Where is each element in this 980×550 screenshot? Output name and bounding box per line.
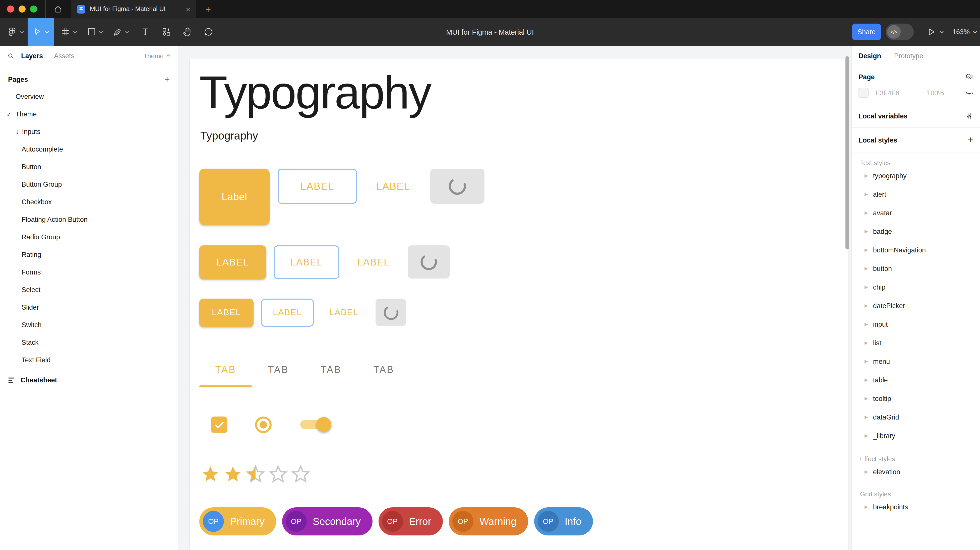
chip-warning[interactable]: OP Warning (449, 507, 528, 536)
star-half-icon[interactable] (246, 465, 265, 484)
contained-button-medium[interactable]: LABEL (199, 245, 266, 279)
switch-demo[interactable] (298, 412, 332, 437)
contained-button-large[interactable]: Label (199, 168, 270, 225)
sidebar-item-inputs[interactable]: ↓Inputs (0, 123, 178, 140)
style-row-tooltip[interactable]: ▶tooltip (852, 389, 980, 408)
text-tool-button[interactable] (137, 18, 154, 46)
maximize-window-button[interactable] (30, 6, 37, 13)
add-page-button[interactable]: + (164, 74, 170, 84)
disclosure-triangle-icon[interactable]: ▶ (864, 434, 868, 438)
disclosure-triangle-icon[interactable]: ▶ (864, 192, 868, 197)
canvas-scrollbar[interactable] (845, 56, 849, 250)
tab-item-2[interactable]: TAB (252, 352, 305, 388)
sidebar-item-theme[interactable]: ✓Theme (0, 105, 178, 123)
sidebar-item-forms[interactable]: Forms (0, 264, 178, 281)
comment-tool-button[interactable] (200, 18, 217, 46)
sidebar-item-slider[interactable]: Slider (0, 299, 178, 316)
disclosure-triangle-icon[interactable]: ▶ (864, 470, 868, 474)
search-icon[interactable] (7, 52, 14, 59)
sidebar-item-radio-group[interactable]: Radio Group (0, 228, 178, 246)
color-swatch[interactable] (859, 88, 869, 98)
disclosure-triangle-icon[interactable]: ▶ (864, 396, 868, 401)
style-row-typography[interactable]: ▶typography (852, 167, 980, 185)
disclosure-triangle-icon[interactable]: ▶ (864, 248, 868, 253)
disclosure-triangle-icon[interactable]: ▶ (864, 505, 868, 509)
disclosure-triangle-icon[interactable]: ▶ (864, 341, 868, 345)
disclosure-triangle-icon[interactable]: ▶ (864, 285, 868, 289)
home-button[interactable] (46, 0, 70, 18)
sidebar-item-switch[interactable]: Switch (0, 316, 178, 334)
style-row-avatar[interactable]: ▶avatar (852, 204, 980, 222)
checkbox-demo[interactable] (211, 416, 228, 433)
style-row-alert[interactable]: ▶alert (852, 185, 980, 204)
outlined-button-small[interactable]: LABEL (261, 299, 314, 327)
style-row-badge[interactable]: ▶badge (852, 222, 980, 241)
disclosure-triangle-icon[interactable]: ▶ (864, 304, 868, 308)
outlined-button-medium[interactable]: LABEL (274, 245, 339, 279)
star-empty-icon[interactable] (269, 465, 288, 484)
file-tab[interactable]: MUI for Figma - Material UI × (71, 0, 196, 18)
disclosure-triangle-icon[interactable]: ▶ (864, 211, 868, 215)
minimize-window-button[interactable] (19, 6, 25, 13)
sidebar-item-autocomplete[interactable]: Autocomplete (0, 140, 178, 158)
hand-tool-button[interactable] (179, 18, 196, 46)
resources-tool-button[interactable] (158, 18, 175, 46)
add-style-button[interactable]: + (968, 135, 974, 146)
sidebar-item-checkbox[interactable]: Checkbox (0, 193, 178, 211)
style-row-list[interactable]: ▶list (852, 334, 980, 352)
style-row-input[interactable]: ▶input (852, 315, 980, 334)
disclosure-triangle-icon[interactable]: ▶ (864, 415, 868, 420)
tab-item-3[interactable]: TAB (305, 352, 358, 388)
page-color-opacity[interactable]: 100% (927, 89, 944, 97)
style-row-datagrid[interactable]: ▶dataGrid (852, 408, 980, 426)
star-full-icon[interactable] (201, 465, 220, 484)
loading-button-large[interactable] (430, 168, 484, 204)
eye-closed-icon[interactable] (965, 89, 974, 97)
outlined-button-large[interactable]: LABEL (278, 168, 357, 204)
sidebar-item-button-group[interactable]: Button Group (0, 176, 178, 193)
sidebar-item-text-field[interactable]: Text Field (0, 351, 178, 369)
sidebar-item-rating[interactable]: Rating (0, 246, 178, 264)
dev-mode-toggle[interactable]: </> (886, 24, 914, 40)
theme-selector[interactable]: Theme (143, 52, 171, 59)
text-button-medium[interactable]: LABEL (355, 245, 393, 279)
style-row-menu[interactable]: ▶menu (852, 352, 980, 371)
style-row-button[interactable]: ▶button (852, 259, 980, 278)
tab-item-4[interactable]: TAB (358, 352, 410, 388)
style-row-table[interactable]: ▶table (852, 371, 980, 389)
style-row-breakpoints[interactable]: ▶breakpoints (852, 498, 980, 517)
close-window-button[interactable] (7, 6, 14, 13)
style-row-bottomnavigation[interactable]: ▶bottomNavigation (852, 241, 980, 259)
style-row-datepicker[interactable]: ▶datePicker (852, 297, 980, 315)
rating-demo[interactable] (201, 465, 310, 484)
style-row-library[interactable]: ▶_library (852, 426, 980, 445)
chip-primary[interactable]: OP Primary (199, 507, 276, 536)
sidebar-item-button[interactable]: Button (0, 158, 178, 176)
sidebar-item-overview[interactable]: Overview (0, 88, 178, 105)
chip-error[interactable]: OP Error (378, 507, 443, 536)
loading-button-small[interactable] (375, 299, 406, 326)
main-menu-button[interactable] (5, 18, 26, 46)
disclosure-triangle-icon[interactable]: ▶ (864, 229, 868, 234)
sidebar-item-select[interactable]: Select (0, 281, 178, 299)
disclosure-triangle-icon[interactable]: ▶ (864, 359, 868, 364)
styles-hexagon-icon[interactable] (965, 73, 974, 81)
text-button-small[interactable]: LABEL (327, 299, 361, 327)
tab-design[interactable]: Design (859, 52, 881, 59)
star-empty-icon[interactable] (291, 465, 310, 484)
share-button[interactable]: Share (852, 24, 881, 40)
sidebar-item-cheatsheet[interactable]: Cheatsheet (0, 370, 178, 390)
sidebar-item-floating-action-button[interactable]: Floating Action Button (0, 211, 178, 228)
text-button-large[interactable]: LABEL (372, 168, 414, 204)
page-color-hex[interactable]: F3F4F6 (876, 89, 909, 97)
loading-button-medium[interactable] (408, 245, 450, 278)
close-tab-icon[interactable]: × (186, 5, 190, 13)
shape-tool-button[interactable] (83, 18, 107, 46)
tab-assets[interactable]: Assets (54, 52, 74, 59)
local-variables-section[interactable]: Local variables (852, 105, 980, 128)
radio-demo[interactable] (255, 416, 272, 433)
canvas[interactable]: Typography Typography Label LABEL LABEL … (178, 46, 851, 550)
star-full-icon[interactable] (223, 465, 242, 484)
play-icon[interactable] (926, 27, 936, 37)
disclosure-triangle-icon[interactable]: ▶ (864, 173, 868, 178)
